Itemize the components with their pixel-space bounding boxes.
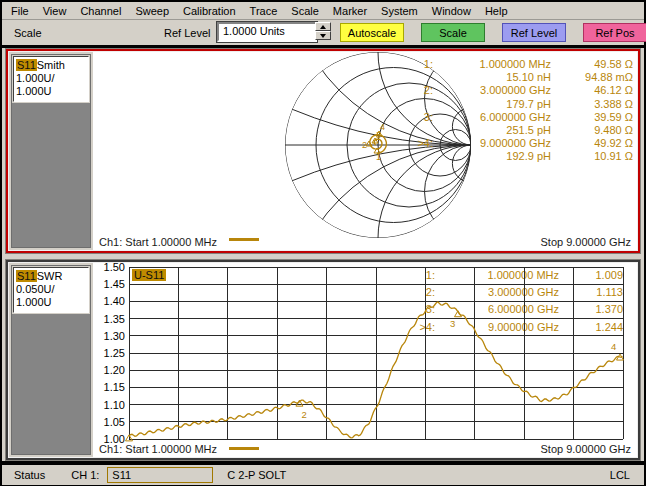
marker-readout-row: 15.10 nH94.88 mΩ: [407, 71, 633, 84]
marker-readout-cell: 1.113: [559, 284, 623, 301]
marker-readout-cell: 15.10 nH: [433, 71, 551, 84]
svg-text:4: 4: [611, 341, 616, 352]
marker-readout-cell: 3:: [395, 301, 435, 318]
smith-plot-area[interactable]: 1234 1:1.000000 MHz49.58 Ω15.10 nH94.88 …: [93, 52, 637, 250]
marker-readout-cell: 2:: [395, 284, 435, 301]
marker-readout-cell: 179.7 pH: [433, 98, 551, 111]
trace-id-bottom: S11: [16, 270, 37, 282]
marker-readout-cell: 3.388 Ω: [551, 98, 633, 111]
marker-readout-row: 1:1.000000 MHz1.009: [395, 267, 623, 284]
menu-bar: FileViewChannelSweepCalibrationTraceScal…: [2, 2, 644, 20]
menu-help[interactable]: Help: [478, 4, 515, 18]
trace-info-box-top[interactable]: S11Smith 1.000U/ 1.000U: [13, 56, 89, 102]
menu-channel[interactable]: Channel: [73, 4, 128, 18]
marker-readout-cell: 1.000000 MHz: [433, 58, 551, 71]
marker-readout-cell: >4:: [407, 137, 433, 150]
marker-readout-top: 1:1.000000 MHz49.58 Ω15.10 nH94.88 mΩ2:3…: [407, 58, 633, 164]
trace-format-top: Smith: [37, 59, 65, 71]
y-tick-label: 1.45: [93, 278, 125, 290]
calibration-status: C 2-P SOLT: [227, 469, 286, 481]
trace-info-box-bottom[interactable]: S11SWR 0.050U/ 1.000U: [13, 267, 89, 313]
menu-sweep[interactable]: Sweep: [128, 4, 176, 18]
menu-calibration[interactable]: Calibration: [176, 4, 243, 18]
stop-frequency-label-top: Stop 9.00000 GHz: [540, 236, 631, 248]
lcl-indicator: LCL: [610, 469, 630, 481]
ref-level-button[interactable]: Ref Level: [502, 23, 566, 42]
svg-text:4: 4: [380, 122, 385, 132]
marker-readout-cell: 46.12 Ω: [551, 84, 633, 97]
spin-down-icon: [320, 34, 326, 38]
marker-readout-cell: 251.5 pH: [433, 124, 551, 137]
trace-scale-top: 1.000U/: [16, 72, 86, 85]
marker-readout-cell: 1.244: [559, 319, 623, 336]
swr-plot-area[interactable]: 1.501.451.401.351.301.251.201.151.101.05…: [93, 263, 637, 457]
marker-readout-row: 3:6.000000 GHz1.370: [395, 301, 623, 318]
menu-trace[interactable]: Trace: [243, 4, 285, 18]
y-tick-label: 1.20: [93, 364, 125, 376]
curve-label: U-S11: [132, 269, 166, 281]
trace-indicator-dash-top: [229, 238, 259, 241]
start-frequency-label-bottom: Ch1: Start 1.00000 MHz: [99, 443, 217, 455]
channel-window-swr: S11SWR 0.050U/ 1.000U 1.501.451.401.351.…: [5, 259, 641, 461]
marker-readout-row: 179.7 pH3.388 Ω: [407, 98, 633, 111]
marker-readout-cell: 3.000000 GHz: [435, 284, 559, 301]
marker-readout-cell: >4:: [395, 319, 435, 336]
trace-info-panel-bottom: S11SWR 0.050U/ 1.000U: [9, 263, 93, 457]
spin-up-icon: [320, 25, 326, 29]
marker-readout-row: 192.9 pH10.91 Ω: [407, 150, 633, 163]
menu-scale[interactable]: Scale: [284, 4, 326, 18]
channel-label: CH 1:: [71, 469, 99, 481]
marker-readout-cell: 1.370: [559, 301, 623, 318]
y-tick-label: 1.15: [93, 381, 125, 393]
marker-readout-cell: 9.480 Ω: [551, 124, 633, 137]
marker-readout-cell: 3:: [407, 111, 433, 124]
marker-readout-row: 2:3.000000 GHz46.12 Ω: [407, 84, 633, 97]
vna-app-window: FileViewChannelSweepCalibrationTraceScal…: [2, 2, 644, 484]
status-label: Status: [14, 469, 45, 481]
trace-id-top: S11: [16, 59, 37, 71]
ref-level-input[interactable]: 1.0000 Units: [217, 22, 317, 42]
marker-readout-cell: 2:: [407, 84, 433, 97]
marker-readout-cell: 1:: [407, 58, 433, 71]
toolbar-context-label: Scale: [14, 27, 42, 39]
trace-format-bottom: SWR: [37, 270, 63, 282]
scale-button[interactable]: Scale: [421, 23, 485, 42]
marker-readout-row: 251.5 pH9.480 Ω: [407, 124, 633, 137]
ref-pos-button[interactable]: Ref Pos: [583, 23, 646, 42]
y-tick-label: 1.05: [93, 416, 125, 428]
inactive-window-border: S11SWR 0.050U/ 1.000U 1.501.451.401.351.…: [6, 260, 640, 460]
svg-text:3: 3: [376, 130, 381, 140]
menu-file[interactable]: File: [4, 4, 36, 18]
marker-readout-row: 3:6.000000 GHz39.59 Ω: [407, 111, 633, 124]
marker-readout-cell: [407, 71, 433, 84]
marker-readout-cell: 192.9 pH: [433, 150, 551, 163]
marker-readout-bottom: 1:1.000000 MHz1.0092:3.000000 GHz1.1133:…: [395, 267, 623, 336]
softkey-area-bottom: S11SWR 0.050U/ 1.000U: [11, 265, 91, 455]
status-bar: Status CH 1: S11 C 2-P SOLT LCL: [2, 465, 644, 485]
ref-level-spinner: [315, 22, 331, 41]
trace-ref-bottom: 1.000U: [16, 296, 86, 309]
marker-readout-row: 1:1.000000 MHz49.58 Ω: [407, 58, 633, 71]
menu-marker[interactable]: Marker: [326, 4, 374, 18]
menu-window[interactable]: Window: [425, 4, 478, 18]
marker-readout-cell: [407, 98, 433, 111]
y-tick-label: 1.30: [93, 330, 125, 342]
softkey-area-top: S11Smith 1.000U/ 1.000U: [11, 54, 91, 248]
marker-readout-cell: 6.000000 GHz: [435, 301, 559, 318]
marker-readout-cell: 6.000000 GHz: [433, 111, 551, 124]
marker-readout-cell: 1:: [395, 267, 435, 284]
channel-window-smith: S11Smith 1.000U/ 1.000U 1234 1:1.000000 …: [5, 48, 641, 254]
marker-readout-cell: 39.59 Ω: [551, 111, 633, 124]
ref-level-label: Ref Level: [164, 27, 210, 39]
spin-up-button[interactable]: [315, 22, 331, 31]
menu-view[interactable]: View: [36, 4, 74, 18]
stop-frequency-label-bottom: Stop 9.00000 GHz: [540, 443, 631, 455]
menu-system[interactable]: System: [374, 4, 425, 18]
toolbar: Scale Ref Level 1.0000 Units AutoscaleSc…: [2, 20, 644, 45]
autoscale-button[interactable]: Autoscale: [340, 23, 404, 42]
active-trace-field[interactable]: S11: [107, 467, 213, 483]
trace-indicator-dash-bottom: [229, 447, 259, 450]
marker-readout-cell: 49.58 Ω: [551, 58, 633, 71]
trace-info-panel-top: S11Smith 1.000U/ 1.000U: [9, 52, 93, 250]
spin-down-button[interactable]: [315, 31, 331, 40]
